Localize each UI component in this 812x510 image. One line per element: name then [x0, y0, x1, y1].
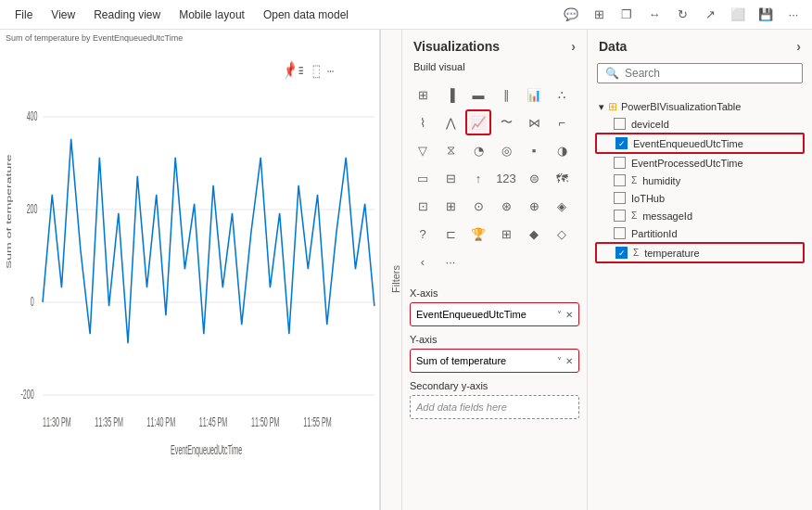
svg-text:200: 200: [27, 201, 38, 215]
donut-icon[interactable]: ◎: [493, 137, 519, 163]
trophy-icon[interactable]: 🏆: [465, 221, 491, 247]
viz-expand-icon[interactable]: ›: [571, 39, 576, 54]
treemap-icon[interactable]: ▪: [521, 137, 547, 163]
svg-text:≡: ≡: [298, 61, 303, 80]
field-messageId[interactable]: Σ messageId: [595, 207, 805, 224]
filter-label: Filters: [390, 265, 401, 293]
custom5-icon[interactable]: ◆: [521, 221, 547, 247]
field-IoTHub[interactable]: IoTHub: [595, 189, 805, 207]
custom2-icon[interactable]: ⊛: [493, 193, 519, 219]
menu-open-data-model[interactable]: Open data model: [256, 5, 356, 25]
checkbox-temperature[interactable]: ✓: [615, 247, 628, 259]
field-deviceId[interactable]: deviceId: [595, 115, 805, 133]
slicer-icon[interactable]: ⊜: [521, 165, 547, 191]
line-bar-icon[interactable]: 📊: [521, 82, 547, 108]
prev-icon[interactable]: ‹: [410, 249, 436, 274]
checkbox-PartitionId[interactable]: [614, 227, 626, 239]
xaxis-value-box[interactable]: EventEnqueuedUtcTime ˅ ✕: [410, 302, 579, 326]
filter-icon[interactable]: ⧖: [438, 137, 463, 163]
funnel-icon[interactable]: ▽: [410, 137, 436, 163]
svg-text:11:55 PM: 11:55 PM: [303, 414, 332, 428]
checkbox-deviceId[interactable]: [614, 118, 626, 130]
grid3-icon[interactable]: ⊞: [493, 221, 519, 247]
comment-icon[interactable]: 💬: [560, 4, 582, 26]
build-visual-label: Build visual: [402, 57, 587, 78]
data-expand-icon[interactable]: ›: [796, 39, 801, 54]
custom3-icon[interactable]: ⊕: [521, 193, 547, 219]
bar-chart-icon[interactable]: ▐: [438, 82, 463, 108]
scatter-icon[interactable]: ∴: [549, 82, 575, 108]
save-icon[interactable]: 💾: [755, 4, 777, 26]
checkbox-EventProcessedUtcTime[interactable]: [614, 157, 626, 169]
share-icon[interactable]: ↗: [699, 4, 721, 26]
yaxis-value-box[interactable]: Sum of temperature ˅ ✕: [410, 349, 579, 373]
checkbox-humidity[interactable]: [614, 174, 626, 186]
expand-icon[interactable]: ↔: [643, 4, 666, 26]
area-line-icon[interactable]: 〜: [493, 109, 519, 135]
map-icon[interactable]: 🗺: [549, 165, 575, 191]
checkbox-messageId[interactable]: [614, 210, 626, 222]
refresh-icon[interactable]: ↻: [671, 4, 693, 26]
clustered-bar-icon[interactable]: ∥: [493, 82, 519, 108]
yaxis-chevron-icon[interactable]: ˅: [557, 356, 562, 366]
waterfall-icon[interactable]: ⌐: [549, 109, 575, 135]
card-icon[interactable]: ▭: [410, 165, 436, 191]
field-humidity[interactable]: Σ humidity: [595, 172, 805, 189]
decomp-icon[interactable]: ⊏: [438, 221, 463, 247]
viz-icon-row-6: ? ⊏ 🏆 ⊞ ◆ ◇: [410, 221, 579, 247]
yaxis-label: Y-axis: [410, 334, 579, 345]
pie-icon[interactable]: ◔: [465, 137, 491, 163]
search-input[interactable]: [625, 67, 794, 80]
field-PartitionId[interactable]: PartitionId: [595, 224, 805, 242]
matrix-icon[interactable]: ⊞: [438, 193, 463, 219]
multi-card-icon[interactable]: ⊟: [438, 165, 463, 191]
secondary-yaxis-placeholder-box[interactable]: Add data fields here: [410, 395, 579, 419]
table2-icon[interactable]: ⊡: [410, 193, 436, 219]
svg-text:-200: -200: [20, 387, 33, 401]
viz-title: Visualizations: [413, 39, 500, 54]
filter-strip[interactable]: Filters: [380, 30, 402, 510]
table-collapse-icon[interactable]: ▾: [599, 101, 604, 113]
custom4-icon[interactable]: ◈: [549, 193, 575, 219]
menu-file[interactable]: File: [7, 5, 40, 25]
more-viz-icon[interactable]: ···: [438, 249, 463, 274]
grid-icon[interactable]: ⊞: [588, 4, 610, 26]
number-card-icon[interactable]: 123: [493, 165, 519, 191]
sigma-icon-messageId: Σ: [631, 210, 637, 221]
gem-icon[interactable]: ◇: [549, 221, 575, 247]
svg-text:400: 400: [27, 108, 38, 122]
menu-mobile-layout[interactable]: Mobile layout: [171, 5, 252, 25]
window-icon[interactable]: ❐: [615, 4, 638, 26]
search-box[interactable]: 🔍: [597, 63, 803, 83]
fit-icon[interactable]: ⬜: [727, 4, 749, 26]
table-header[interactable]: ▾ ⊞ PowerBIVisualizationTable: [595, 98, 805, 115]
line-chart-icon[interactable]: 📈: [465, 109, 491, 135]
gauge-icon[interactable]: ◑: [549, 137, 575, 163]
viz-header: Visualizations ›: [402, 30, 587, 57]
custom1-icon[interactable]: ⊙: [465, 193, 491, 219]
qna-icon[interactable]: ?: [410, 221, 436, 247]
stacked-bar-icon[interactable]: ▬: [465, 82, 491, 108]
data-tree: ▾ ⊞ PowerBIVisualizationTable deviceId ✓…: [588, 91, 812, 271]
more-icon[interactable]: ···: [782, 4, 805, 26]
yaxis-value: Sum of temperature: [416, 355, 506, 366]
kpi-icon[interactable]: ↑: [465, 165, 491, 191]
table-icon[interactable]: ⊞: [410, 82, 436, 108]
menu-view[interactable]: View: [44, 5, 82, 25]
menu-reading-view[interactable]: Reading view: [86, 5, 168, 25]
field-EventProcessedUtcTime[interactable]: EventProcessedUtcTime: [595, 154, 805, 172]
checkbox-EventEnqueuedUtcTime[interactable]: ✓: [615, 137, 628, 149]
xaxis-chevron-icon[interactable]: ˅: [557, 310, 562, 320]
ribbon-icon[interactable]: ⋈: [521, 109, 547, 135]
chart-canvas[interactable]: 400 200 0 -200 11:30 PM 11:35 PM 11:40 P…: [0, 46, 379, 510]
checkbox-IoTHub[interactable]: [614, 192, 626, 204]
field-temperature[interactable]: ✓ Σ temperature: [595, 242, 805, 263]
yaxis-clear-icon[interactable]: ✕: [565, 356, 573, 366]
mountain-icon[interactable]: ⋀: [438, 109, 463, 135]
svg-text:11:45 PM: 11:45 PM: [199, 414, 228, 428]
svg-text:EventEnqueuedUtcTime: EventEnqueuedUtcTime: [171, 442, 242, 456]
stacked-area-icon[interactable]: ⌇: [410, 109, 436, 135]
xaxis-clear-icon[interactable]: ✕: [565, 310, 573, 320]
field-EventEnqueuedUtcTime[interactable]: ✓ EventEnqueuedUtcTime: [595, 133, 805, 154]
data-panel: Data › 🔍 ▾ ⊞ PowerBIVisualizationTable d…: [588, 30, 812, 510]
